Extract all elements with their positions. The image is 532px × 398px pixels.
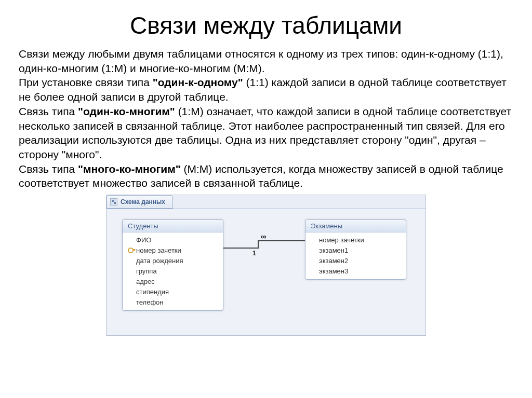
relations-icon — [110, 198, 117, 205]
field-row[interactable]: адрес — [123, 276, 223, 286]
slide-root: Связи между таблицами Связи между любыми… — [0, 0, 532, 336]
p4-pre: Связь типа — [19, 163, 78, 175]
field-row[interactable]: группа — [123, 266, 223, 276]
field-row[interactable]: стипендия — [123, 286, 223, 297]
field-row[interactable]: телефон — [123, 297, 223, 307]
diagram-wrap: Схема данных Студенты ФИОномер зачеткида… — [19, 195, 513, 336]
field-label: экзамен1 — [319, 246, 348, 254]
table-students[interactable]: Студенты ФИОномер зачеткидата рождениягр… — [122, 219, 223, 311]
p4-bold: "много-ко-многим" — [78, 163, 181, 175]
table-students-header: Студенты — [123, 220, 223, 232]
p3-bold: "один-ко-многим" — [78, 105, 175, 117]
field-label: дата рождения — [136, 257, 183, 265]
p2-bold: "один-к-одному" — [153, 76, 243, 88]
slide-title: Связи между таблицами — [19, 11, 513, 39]
field-label: номер зачетки — [319, 236, 364, 244]
tab-label: Схема данных — [121, 198, 165, 205]
field-label: телефон — [136, 298, 164, 306]
tab-bar: Схема данных — [107, 195, 173, 209]
relationship-line[interactable]: 1 ∞ — [223, 238, 305, 254]
tab-schema[interactable]: Схема данных — [107, 195, 173, 209]
field-label: экзамен3 — [319, 267, 348, 275]
relationships-window: Схема данных Студенты ФИОномер зачеткида… — [106, 195, 426, 336]
field-label: адрес — [136, 278, 155, 285]
p2-pre: При установке связи типа — [19, 76, 153, 88]
table-exams-header: Экзамены — [305, 220, 406, 232]
field-row[interactable]: ФИО — [123, 235, 223, 245]
field-label: стипендия — [136, 288, 169, 296]
field-label: экзамен2 — [319, 257, 348, 265]
p3-pre: Связь типа — [19, 105, 78, 117]
field-row[interactable]: экзамен2 — [305, 255, 406, 266]
field-row[interactable]: номер зачетки — [123, 245, 223, 255]
body-text: Связи между любыми двумя таблицами относ… — [19, 47, 513, 190]
relation-right-label: ∞ — [261, 232, 267, 241]
relation-left-label: 1 — [252, 250, 256, 257]
field-label: номер зачетки — [136, 246, 181, 254]
field-key-col — [127, 246, 136, 254]
primary-key-icon — [128, 246, 135, 254]
intro-text: Связи между любыми двумя таблицами относ… — [19, 48, 503, 74]
field-row[interactable]: экзамен3 — [305, 266, 406, 276]
field-row[interactable]: экзамен1 — [305, 245, 406, 255]
field-label: ФИО — [136, 236, 151, 244]
table-exams[interactable]: Экзамены номер зачеткиэкзамен1экзамен2эк… — [305, 219, 406, 280]
field-row[interactable]: дата рождения — [123, 255, 223, 266]
field-label: группа — [136, 267, 157, 275]
table-exams-fields: номер зачеткиэкзамен1экзамен2экзамен3 — [305, 232, 406, 279]
relationships-canvas[interactable]: Студенты ФИОномер зачеткидата рождениягр… — [107, 209, 425, 335]
field-row[interactable]: номер зачетки — [305, 235, 406, 245]
table-students-fields: ФИОномер зачеткидата рождениягруппаадрес… — [123, 232, 223, 310]
